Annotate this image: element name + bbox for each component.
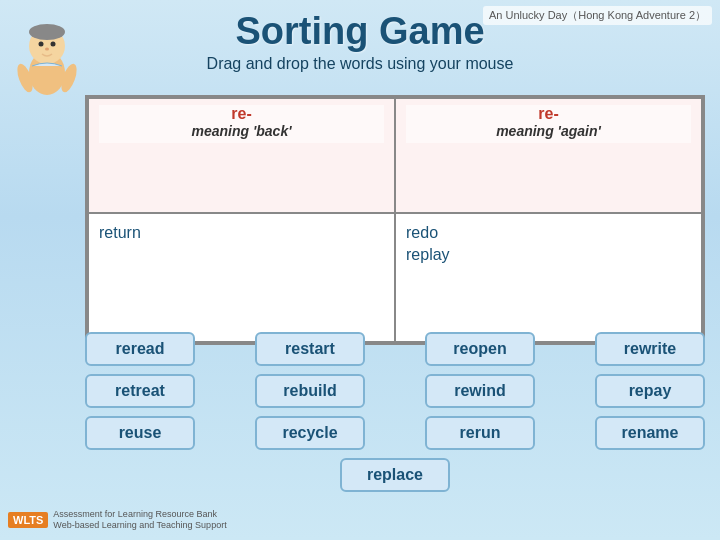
table-content-row: return redo replay — [88, 213, 702, 342]
page-subtitle: Drag and drop the words using your mouse — [0, 55, 720, 73]
tile-retreat[interactable]: retreat — [85, 374, 195, 408]
tile-reread[interactable]: reread — [85, 332, 195, 366]
tiles-row-3: reuse recycle rerun rename — [85, 416, 705, 450]
col1-content: return — [88, 213, 395, 342]
tiles-row-4: replace — [85, 458, 705, 492]
tiles-row-2: retreat rebuild rewind repay — [85, 374, 705, 408]
sorting-table: re- meaning 'back' re- meaning 'again' r… — [85, 95, 705, 345]
logo-line2: Web-based Learning and Teaching Support — [53, 520, 226, 532]
tile-replace[interactable]: replace — [340, 458, 450, 492]
col1-prefix: re- — [99, 105, 384, 123]
logo-box: WLTS — [8, 512, 48, 528]
tile-recycle[interactable]: recycle — [255, 416, 365, 450]
col2-content: redo replay — [395, 213, 702, 342]
tiles-row-1: reread restart reopen rewrite — [85, 332, 705, 366]
tile-rename[interactable]: rename — [595, 416, 705, 450]
col1-header: re- meaning 'back' — [88, 98, 395, 213]
logo-line1: Assessment for Learning Resource Bank — [53, 509, 226, 521]
col1-word-return: return — [99, 220, 384, 242]
tile-rewrite[interactable]: rewrite — [595, 332, 705, 366]
tile-rewind[interactable]: rewind — [425, 374, 535, 408]
tiles-area: reread restart reopen rewrite retreat re… — [85, 332, 705, 500]
page-title: Sorting Game — [0, 10, 720, 53]
tile-reuse[interactable]: reuse — [85, 416, 195, 450]
logo-text: Assessment for Learning Resource Bank We… — [53, 509, 226, 532]
col2-prefix: re- — [406, 105, 691, 123]
tile-reopen[interactable]: reopen — [425, 332, 535, 366]
logo-area: WLTS Assessment for Learning Resource Ba… — [8, 509, 227, 532]
col1-meaning: meaning 'back' — [99, 123, 384, 139]
col2-meaning: meaning 'again' — [406, 123, 691, 139]
table-header-row: re- meaning 'back' re- meaning 'again' — [88, 98, 702, 213]
col2-word-replay: replay — [406, 242, 691, 264]
title-area: Sorting Game Drag and drop the words usi… — [0, 10, 720, 73]
tile-restart[interactable]: restart — [255, 332, 365, 366]
col2-header: re- meaning 'again' — [395, 98, 702, 213]
tile-rebuild[interactable]: rebuild — [255, 374, 365, 408]
tile-rerun[interactable]: rerun — [425, 416, 535, 450]
col2-word-redo: redo — [406, 220, 691, 242]
tile-repay[interactable]: repay — [595, 374, 705, 408]
